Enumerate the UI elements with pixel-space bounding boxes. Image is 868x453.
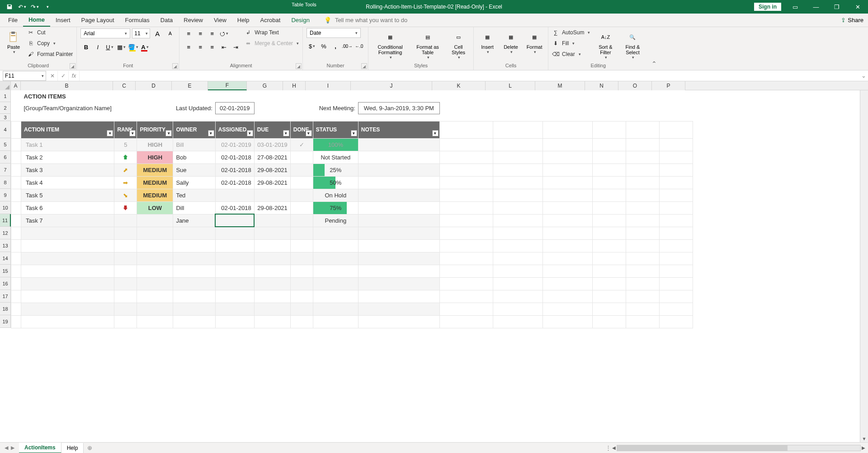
tab-acrobat[interactable]: Acrobat: [255, 14, 286, 26]
row-header-8[interactable]: 8: [0, 176, 11, 189]
filter-dropdown-icon[interactable]: ▾: [283, 130, 289, 136]
close-icon[interactable]: ✕: [847, 0, 868, 14]
row-header-7[interactable]: 7: [0, 163, 11, 176]
qat-customize-icon[interactable]: ▾: [42, 1, 53, 13]
table-header-rank[interactable]: RANK▾: [114, 121, 137, 138]
table-row[interactable]: Task 3⬈MEDIUMSue02-01-201829-08-202125%: [11, 163, 693, 176]
sheet-tab-help[interactable]: Help: [61, 443, 84, 453]
table-header-status[interactable]: STATUS▾: [313, 121, 358, 138]
table-row[interactable]: Task 5⬊MEDIUMTedOn Hold: [11, 189, 693, 201]
collapse-ribbon-button[interactable]: ⌃: [648, 27, 660, 70]
fill-button[interactable]: ⬇Fill▾: [552, 39, 590, 48]
tab-insert[interactable]: Insert: [50, 14, 76, 26]
tab-home[interactable]: Home: [23, 14, 50, 27]
undo-icon[interactable]: ↶▾: [16, 1, 28, 13]
decrease-font-icon[interactable]: A: [165, 28, 175, 39]
next-sheet-icon[interactable]: ▶: [11, 445, 14, 451]
hscroll-resize-icon[interactable]: ⋮: [605, 444, 611, 451]
vertical-scrollbar[interactable]: ▲ ▼: [860, 81, 868, 442]
format-painter-button[interactable]: 🖌Format Painter: [27, 50, 73, 59]
new-sheet-button[interactable]: ⊕: [84, 444, 95, 451]
table-row[interactable]: Task 7JanePending: [11, 214, 693, 227]
filter-dropdown-icon[interactable]: ▾: [107, 130, 113, 136]
format-as-table-button[interactable]: ▤ Format as Table▾: [412, 28, 443, 60]
row-header-6[interactable]: 6: [0, 151, 11, 163]
filter-dropdown-icon[interactable]: ▾: [208, 130, 214, 136]
align-middle-icon[interactable]: ≡: [195, 28, 206, 39]
col-header-O[interactable]: O: [618, 81, 652, 90]
save-icon[interactable]: [4, 1, 15, 13]
col-header-C[interactable]: C: [113, 81, 136, 90]
row-header-12[interactable]: 12: [0, 227, 11, 239]
cell-styles-button[interactable]: ▭ Cell Styles▾: [447, 28, 470, 60]
autosum-button[interactable]: ∑AutoSum▾: [552, 28, 590, 37]
col-header-L[interactable]: L: [486, 81, 535, 90]
expand-formula-bar-icon[interactable]: ⌄: [859, 72, 868, 79]
row-header-18[interactable]: 18: [0, 303, 11, 315]
filter-dropdown-icon[interactable]: ▾: [306, 130, 312, 136]
sign-in-button[interactable]: Sign in: [754, 3, 781, 11]
alignment-dialog-launcher[interactable]: ◢: [296, 63, 302, 69]
table-tools-tab[interactable]: Table Tools: [279, 0, 329, 9]
sheet-tab-actionitems[interactable]: ActionItems: [19, 443, 61, 453]
col-header-D[interactable]: D: [136, 81, 172, 90]
table-header-notes[interactable]: NOTES▾: [358, 121, 439, 138]
font-dialog-launcher[interactable]: ◢: [172, 63, 178, 69]
table-header-owner[interactable]: OWNER▾: [173, 121, 215, 138]
font-color-button[interactable]: A▾: [139, 42, 150, 52]
cut-button[interactable]: ✂Cut: [27, 28, 73, 37]
row-header-1[interactable]: 1: [0, 90, 11, 102]
tab-data[interactable]: Data: [155, 14, 178, 26]
font-size-combo[interactable]: 11▾: [132, 28, 150, 38]
table-row[interactable]: Task 4➡MEDIUMSally02-01-201829-08-202150…: [11, 176, 693, 189]
row-header-15[interactable]: 15: [0, 265, 11, 277]
row-header-9[interactable]: 9: [0, 189, 11, 201]
align-center-icon[interactable]: ≡: [195, 42, 206, 52]
underline-button[interactable]: U▾: [104, 42, 115, 52]
tab-file[interactable]: File: [3, 14, 23, 26]
cancel-formula-icon[interactable]: ✕: [47, 71, 58, 81]
row-header-16[interactable]: 16: [0, 277, 11, 290]
share-button[interactable]: ⇪ Share: [841, 17, 863, 23]
hscroll-thumb[interactable]: [617, 445, 788, 451]
align-left-icon[interactable]: ≡: [183, 42, 194, 52]
table-header-assigned[interactable]: ASSIGNED▾: [215, 121, 254, 138]
decrease-decimal-icon[interactable]: ←.0: [354, 41, 364, 51]
clipboard-dialog-launcher[interactable]: ◢: [70, 63, 75, 69]
col-header-E[interactable]: E: [172, 81, 208, 90]
increase-decimal-icon[interactable]: .00→: [342, 41, 353, 51]
align-bottom-icon[interactable]: ≡: [207, 28, 217, 39]
row-header-19[interactable]: 19: [0, 315, 11, 328]
number-dialog-launcher[interactable]: ◢: [361, 63, 367, 69]
decrease-indent-icon[interactable]: ⇤: [218, 42, 229, 52]
tab-review[interactable]: Review: [178, 14, 208, 26]
filter-dropdown-icon[interactable]: ▾: [129, 130, 136, 136]
align-top-icon[interactable]: ≡: [183, 28, 194, 39]
col-header-N[interactable]: N: [585, 81, 618, 90]
tab-page-layout[interactable]: Page Layout: [76, 14, 120, 26]
italic-button[interactable]: I: [92, 42, 103, 52]
clear-button[interactable]: ⌫Clear▾: [552, 50, 590, 59]
minimize-icon[interactable]: —: [806, 0, 826, 14]
bold-button[interactable]: B: [80, 42, 91, 52]
maximize-icon[interactable]: ❐: [826, 0, 847, 14]
wrap-text-button[interactable]: ↲Wrap Text: [245, 28, 299, 37]
table-row[interactable]: Task 2🡅HIGHBob02-01-201827-08-2021Not St…: [11, 151, 693, 163]
sort-filter-button[interactable]: A↓ZSort & Filter▾: [594, 28, 617, 60]
copy-button[interactable]: ⎘Copy▾: [27, 39, 73, 48]
paste-button[interactable]: Paste▾: [4, 28, 24, 54]
percent-format-icon[interactable]: %: [318, 41, 329, 51]
col-header-P[interactable]: P: [652, 81, 685, 90]
row-header-14[interactable]: 14: [0, 252, 11, 265]
cells[interactable]: ACTION ITEMS[Group/Team/Organization Nam…: [11, 90, 868, 328]
table-header-priority[interactable]: PRIORITY▾: [137, 121, 173, 138]
col-header-K[interactable]: K: [432, 81, 486, 90]
name-box[interactable]: F11▾: [3, 71, 46, 81]
col-header-A[interactable]: A: [11, 81, 21, 90]
increase-font-icon[interactable]: A: [152, 28, 163, 39]
delete-cells-button[interactable]: ▦Delete▾: [501, 28, 521, 54]
row-header-2[interactable]: 2: [0, 102, 11, 114]
prev-sheet-icon[interactable]: ◀: [5, 445, 8, 451]
fx-icon[interactable]: fx: [69, 71, 80, 81]
hscroll-track[interactable]: [617, 445, 861, 451]
